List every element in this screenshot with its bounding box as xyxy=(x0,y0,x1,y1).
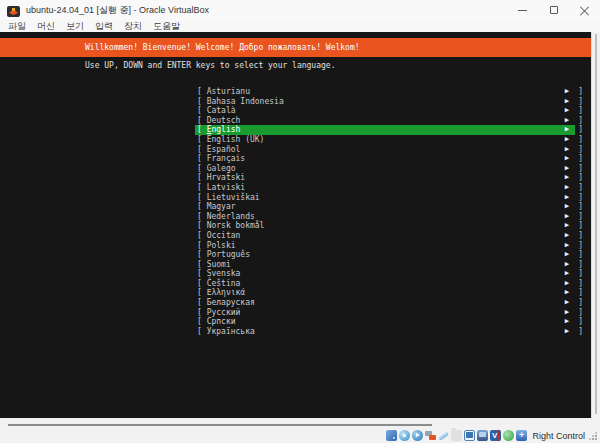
row-close-bracket: ] xyxy=(575,241,583,251)
row-close-bracket: ] xyxy=(575,173,583,183)
language-option-label: [ Українська xyxy=(197,327,565,337)
language-option-main: [ Norsk bokmål▶ xyxy=(195,221,575,231)
resize-grip[interactable] xyxy=(589,432,597,440)
language-option-catal[interactable]: [ Català▶] xyxy=(195,106,583,116)
keyboard-icon[interactable] xyxy=(516,430,527,441)
language-option-main: [ Latviski▶ xyxy=(195,183,575,193)
chevron-right-icon: ▶ xyxy=(565,164,569,174)
language-option-main: [ Svenska▶ xyxy=(195,269,575,279)
vm-display[interactable]: Willkommen! Bienvenue! Welcome! Добро по… xyxy=(0,32,591,418)
language-option-label: [ Latviski xyxy=(197,183,565,193)
language-option-e-tina[interactable]: [ Čeština▶] xyxy=(195,279,583,289)
recording-icon[interactable] xyxy=(477,430,488,441)
language-option-main: [ Deutsch▶ xyxy=(195,116,575,126)
shared-folders-icon[interactable] xyxy=(451,430,462,441)
chevron-right-icon: ▶ xyxy=(565,327,569,337)
language-option-english[interactable]: [ English▶] xyxy=(195,125,583,135)
language-option-label: [ Polski xyxy=(197,241,565,251)
row-close-bracket: ] xyxy=(575,231,583,241)
instruction-text: Use UP, DOWN and ENTER keys to select yo… xyxy=(85,61,335,71)
language-option-espa-ol[interactable]: [ Español▶] xyxy=(195,145,583,155)
chevron-right-icon: ▶ xyxy=(565,269,569,279)
language-option-main: [ Ελληνικά▶ xyxy=(195,288,575,298)
language-option-main: [ Hrvatski▶ xyxy=(195,173,575,183)
language-option-main: [ Français▶ xyxy=(195,154,575,164)
language-option-item[interactable]: [ Беларуская▶] xyxy=(195,298,583,308)
menu-item-item[interactable]: 장치 xyxy=(124,20,142,33)
row-close-bracket: ] xyxy=(575,135,583,145)
language-option-deutsch[interactable]: [ Deutsch▶] xyxy=(195,116,583,126)
row-close-bracket: ] xyxy=(575,164,583,174)
horizontal-scrollbar-thumb[interactable] xyxy=(8,424,432,426)
chevron-right-icon: ▶ xyxy=(565,145,569,155)
language-option-item[interactable]: [ Українська▶] xyxy=(195,327,583,337)
language-option-suomi[interactable]: [ Suomi▶] xyxy=(195,260,583,270)
language-option-main: [ Español▶ xyxy=(195,145,575,155)
language-option-label: [ Norsk bokmål xyxy=(197,221,565,231)
language-option-fran-ais[interactable]: [ Français▶] xyxy=(195,154,583,164)
hard-disk-icon[interactable] xyxy=(386,430,397,441)
row-close-bracket: ] xyxy=(575,250,583,260)
row-close-bracket: ] xyxy=(575,308,583,318)
host-key-label: Right Control xyxy=(532,431,585,441)
menu-item-item[interactable]: 도움말 xyxy=(153,20,180,33)
language-option-norsk-bokm-l[interactable]: [ Norsk bokmål▶] xyxy=(195,221,583,231)
language-option-label: [ Ελληνικά xyxy=(197,288,565,298)
language-option-item[interactable]: [ Српски▶] xyxy=(195,317,583,327)
minimize-icon xyxy=(518,10,527,11)
virtualbox-window: ubuntu-24.04_01 [실행 중] - Oracle VirtualB… xyxy=(0,0,600,443)
language-option-label: [ English (UK) xyxy=(197,135,565,145)
language-option-hrvatski[interactable]: [ Hrvatski▶] xyxy=(195,173,583,183)
language-option-galego[interactable]: [ Galego▶] xyxy=(195,164,583,174)
language-option-portugu-s[interactable]: [ Português▶] xyxy=(195,250,583,260)
language-option-nederlands[interactable]: [ Nederlands▶] xyxy=(195,212,583,222)
cursor: E xyxy=(207,125,212,134)
maximize-button[interactable] xyxy=(538,0,569,20)
execution-icon[interactable] xyxy=(503,430,514,441)
language-option-main: [ Nederlands▶ xyxy=(195,212,575,222)
chevron-right-icon: ▶ xyxy=(565,250,569,260)
language-option-magyar[interactable]: [ Magyar▶] xyxy=(195,202,583,212)
status-icons xyxy=(384,430,527,441)
status-bar: Right Control xyxy=(384,430,598,441)
close-button[interactable] xyxy=(569,0,600,20)
row-close-bracket: ] xyxy=(575,298,583,308)
language-option-occitan[interactable]: [ Occitan▶] xyxy=(195,231,583,241)
language-option-label: [ English xyxy=(197,125,565,135)
window-title: ubuntu-24.04_01 [실행 중] - Oracle VirtualB… xyxy=(26,4,507,17)
maximize-icon xyxy=(550,6,558,14)
minimize-button[interactable] xyxy=(507,0,538,20)
language-option-item[interactable]: [ Русский▶] xyxy=(195,308,583,318)
virtualbox-vm-icon xyxy=(7,4,20,17)
language-option-bahasa-indonesia[interactable]: [ Bahasa Indonesia▶] xyxy=(195,97,583,107)
menu-item-item[interactable]: 파일 xyxy=(8,20,26,33)
language-option-svenska[interactable]: [ Svenska▶] xyxy=(195,269,583,279)
chevron-right-icon: ▶ xyxy=(565,87,569,97)
menu-item-item[interactable]: 입력 xyxy=(95,20,113,33)
language-option-asturianu[interactable]: [ Asturianu▶] xyxy=(195,87,583,97)
row-close-bracket: ] xyxy=(575,260,583,270)
row-close-bracket: ] xyxy=(575,288,583,298)
features-icon[interactable] xyxy=(490,430,501,441)
language-option-polski[interactable]: [ Polski▶] xyxy=(195,241,583,251)
language-option-item[interactable]: [ Ελληνικά▶] xyxy=(195,288,583,298)
network-icon[interactable] xyxy=(425,430,436,441)
chevron-right-icon: ▶ xyxy=(565,221,569,231)
vertical-scrollbar[interactable] xyxy=(591,32,600,418)
optical-disc-icon[interactable] xyxy=(399,430,410,441)
language-option-english-uk[interactable]: [ English (UK)▶] xyxy=(195,135,583,145)
display-icon[interactable] xyxy=(464,430,475,441)
language-option-main: [ Polski▶ xyxy=(195,241,575,251)
audio-icon[interactable] xyxy=(412,430,423,441)
language-option-main: [ Русский▶ xyxy=(195,308,575,318)
language-option-lietuvi-kai[interactable]: [ Lietuviškai▶] xyxy=(195,193,583,203)
language-option-main: [ Català▶ xyxy=(195,106,575,116)
language-option-label: [ Galego xyxy=(197,164,565,174)
menu-item-item[interactable]: 머신 xyxy=(37,20,55,33)
vertical-scrollbar-thumb[interactable] xyxy=(595,34,597,414)
menu-item-item[interactable]: 보기 xyxy=(66,20,84,33)
language-option-latviski[interactable]: [ Latviski▶] xyxy=(195,183,583,193)
language-option-label: [ Magyar xyxy=(197,202,565,212)
usb-icon[interactable] xyxy=(438,430,449,441)
chevron-right-icon: ▶ xyxy=(565,202,569,212)
